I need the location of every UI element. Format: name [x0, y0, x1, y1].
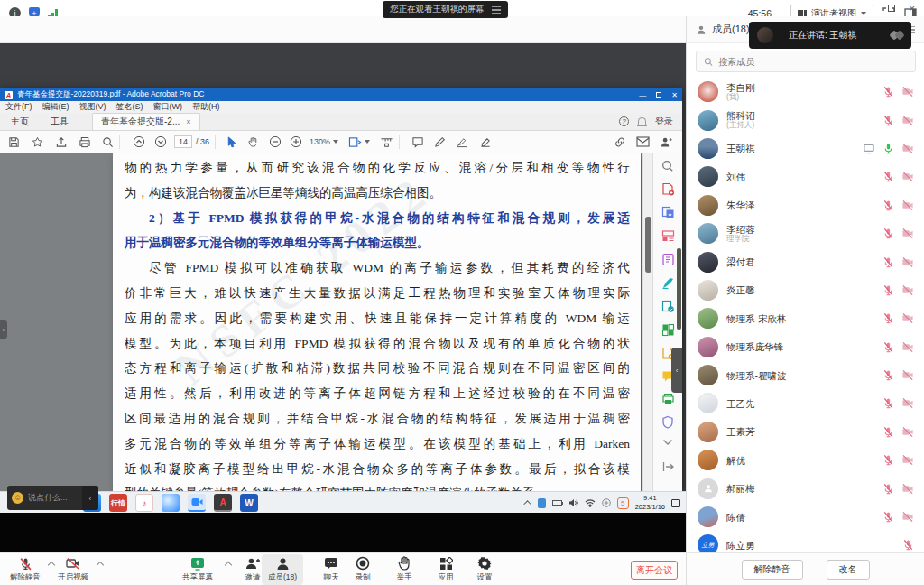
- camera-off-icon[interactable]: [901, 143, 914, 154]
- acrobat-restore-icon[interactable]: [656, 92, 661, 98]
- marquee-zoom-icon[interactable]: [661, 160, 674, 172]
- panel-expand-handle[interactable]: ‹: [671, 348, 682, 393]
- member-row[interactable]: 李自刚(我): [687, 78, 924, 106]
- export-pdf-icon[interactable]: [661, 206, 675, 219]
- mic-muted-icon[interactable]: [882, 454, 894, 466]
- share-options-chevron[interactable]: [225, 562, 232, 569]
- video-options-chevron[interactable]: [97, 562, 104, 569]
- tray-expand-icon[interactable]: [523, 500, 531, 507]
- help-icon[interactable]: ?: [619, 116, 629, 126]
- menu-file[interactable]: 文件(F): [5, 101, 32, 113]
- member-row[interactable]: 李绍蓉理学院: [687, 219, 924, 247]
- member-row[interactable]: 物理系-宋欣林: [687, 304, 924, 332]
- tab-document[interactable]: 青年基金提交版-2... ×: [92, 113, 200, 130]
- collapse-panel-icon[interactable]: [662, 461, 674, 472]
- camera-off-icon[interactable]: [901, 284, 914, 296]
- acrobat-close-icon[interactable]: ✕: [671, 91, 678, 99]
- camera-off-icon[interactable]: [901, 511, 914, 523]
- pencil-edit-icon[interactable]: [434, 136, 446, 148]
- mic-muted-icon[interactable]: [882, 397, 894, 409]
- zoom-in-icon[interactable]: [290, 135, 302, 148]
- camera-off-icon[interactable]: [901, 171, 914, 182]
- sign-in-link[interactable]: 登录: [655, 116, 673, 128]
- hand-tool-icon[interactable]: [247, 136, 259, 148]
- leave-meeting-button[interactable]: 离开会议: [631, 561, 678, 580]
- tab-home[interactable]: 主页: [0, 116, 40, 128]
- member-row[interactable]: 郝丽梅: [687, 474, 924, 502]
- tab-tools[interactable]: 工具: [40, 116, 79, 128]
- fill-sign-icon[interactable]: [661, 276, 675, 290]
- camera-off-icon[interactable]: [901, 397, 914, 409]
- tools-scrollbar-thumb[interactable]: [677, 248, 681, 330]
- send-review-icon[interactable]: [661, 300, 675, 313]
- scan-ocr-icon[interactable]: [661, 253, 675, 266]
- share-upload-icon[interactable]: [55, 136, 68, 148]
- add-person-icon[interactable]: [660, 136, 673, 148]
- member-search[interactable]: [696, 51, 916, 72]
- volume-icon[interactable]: [568, 498, 578, 507]
- sign-pen-icon[interactable]: [456, 136, 469, 148]
- camera-off-icon[interactable]: [901, 454, 914, 466]
- page-number-input[interactable]: 14: [174, 135, 192, 148]
- member-row[interactable]: 炎正馨: [687, 276, 924, 304]
- previous-page-icon[interactable]: [133, 135, 145, 148]
- watching-banner[interactable]: 您正在观看王朝祺的屏幕: [383, 1, 508, 18]
- member-row[interactable]: 王朝祺: [687, 135, 924, 162]
- mic-muted-icon[interactable]: [882, 483, 894, 495]
- member-row[interactable]: 朱华泽: [687, 191, 924, 219]
- fit-width-button[interactable]: [348, 136, 370, 148]
- meeting-app-icon[interactable]: [188, 494, 206, 512]
- organize-pages-icon[interactable]: [661, 229, 675, 243]
- emoji-icon[interactable]: ☺: [12, 492, 23, 504]
- stock-app-icon[interactable]: 行情: [109, 494, 127, 512]
- acrobat-app-icon[interactable]: A: [214, 494, 232, 512]
- word-app-icon[interactable]: W: [240, 494, 258, 512]
- action-center-icon[interactable]: [671, 499, 680, 507]
- member-row[interactable]: 物理系-瞿啸波: [687, 361, 924, 389]
- mic-active-icon[interactable]: [882, 143, 894, 154]
- wifi-icon[interactable]: [585, 499, 596, 507]
- email-icon[interactable]: [636, 136, 650, 147]
- menu-window[interactable]: 窗口(W): [153, 101, 183, 113]
- menu-help[interactable]: 帮助(H): [192, 101, 220, 113]
- mic-muted-icon[interactable]: [882, 511, 894, 523]
- search-input[interactable]: [718, 57, 908, 67]
- create-pdf-icon[interactable]: [661, 182, 675, 196]
- select-cursor-icon[interactable]: [226, 136, 237, 148]
- star-icon[interactable]: [32, 136, 43, 148]
- camera-off-icon[interactable]: [901, 369, 914, 381]
- mic-muted-icon[interactable]: [882, 171, 894, 182]
- menu-sign[interactable]: 签名(S): [116, 101, 143, 113]
- tab-close-icon[interactable]: ×: [186, 117, 190, 126]
- menu-edit[interactable]: 编辑(E): [42, 101, 69, 113]
- tray-plus-icon[interactable]: [602, 498, 611, 507]
- apps-button[interactable]: 应用: [425, 556, 467, 583]
- camera-off-icon[interactable]: [901, 115, 914, 126]
- mic-muted-icon[interactable]: [882, 115, 894, 126]
- link-share-icon[interactable]: [614, 136, 626, 148]
- notifications-bell-icon[interactable]: [638, 117, 646, 125]
- mic-muted-icon[interactable]: [882, 86, 894, 98]
- camera-off-icon[interactable]: [901, 483, 914, 495]
- camera-off-icon[interactable]: [901, 341, 914, 353]
- record-button[interactable]: 录制: [342, 556, 383, 583]
- mic-muted-icon[interactable]: [882, 200, 894, 211]
- rename-button[interactable]: 改名: [827, 560, 870, 580]
- camera-off-icon[interactable]: [901, 228, 914, 239]
- tray-lock-icon[interactable]: [538, 498, 546, 508]
- music-app-icon[interactable]: ♪: [135, 494, 153, 512]
- tray-app-icon[interactable]: 5: [617, 497, 629, 509]
- taskbar-clock[interactable]: 9:41 2023/1/16: [635, 494, 665, 512]
- vertical-scrollbar[interactable]: [642, 153, 652, 491]
- camera-off-icon[interactable]: [901, 86, 914, 98]
- member-row[interactable]: 熊科诏(主持人): [687, 106, 924, 134]
- battery-icon[interactable]: [552, 500, 562, 506]
- zoom-level-select[interactable]: 130%: [310, 137, 338, 146]
- camera-off-icon[interactable]: [901, 200, 914, 211]
- unmute-all-button[interactable]: 解除静音: [742, 560, 803, 580]
- browser-app-icon[interactable]: [162, 494, 180, 512]
- camera-off-icon[interactable]: [901, 426, 914, 438]
- next-page-icon[interactable]: [154, 135, 167, 148]
- camera-off-icon[interactable]: [901, 256, 914, 268]
- mic-muted-icon[interactable]: [882, 312, 894, 324]
